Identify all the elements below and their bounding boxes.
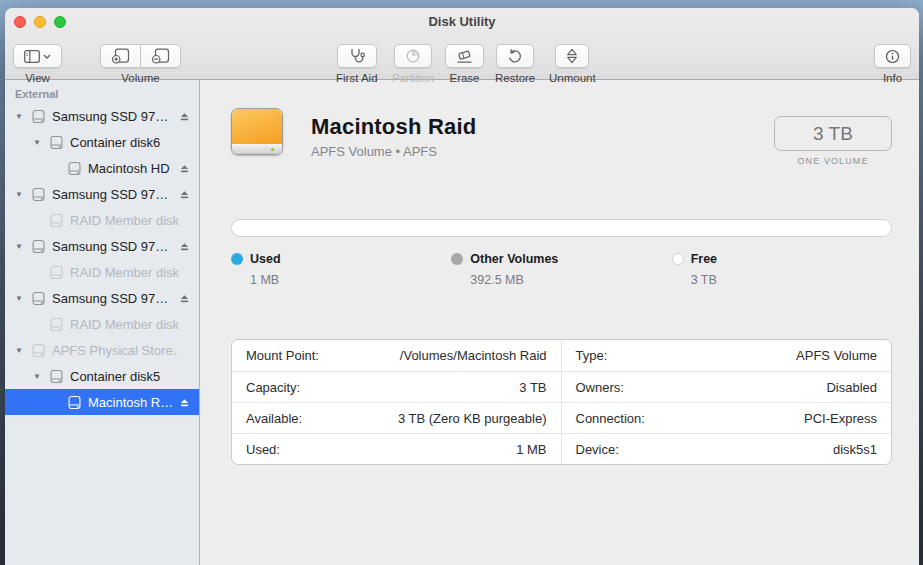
window-chrome: Disk Utility View	[5, 8, 919, 80]
sidebar-item[interactable]: ▼ Container disk6	[5, 129, 199, 155]
detail-row: Owners: Disabled	[562, 371, 892, 402]
pie-chart-icon	[405, 48, 421, 64]
disclosure-triangle-icon[interactable]: ▼	[15, 294, 31, 303]
sidebar-item-label: Container disk6	[70, 135, 179, 150]
disclosure-triangle-icon[interactable]: ▼	[15, 190, 31, 199]
remove-volume-icon	[151, 48, 170, 64]
used-color-dot	[231, 253, 243, 265]
sidebar-item[interactable]: ▼ Container disk5	[5, 363, 199, 389]
sidebar-item-label: Samsung SSD 97…	[52, 109, 179, 124]
unmount-button[interactable]	[555, 44, 589, 68]
details-right-column: Type: APFS Volume Owners: Disabled Conne…	[562, 340, 892, 464]
detail-row: Available: 3 TB (Zero KB purgeable)	[232, 402, 561, 433]
window-title: Disk Utility	[5, 14, 919, 29]
disclosure-triangle-icon[interactable]: ▼	[15, 346, 31, 355]
detail-label: Type:	[576, 348, 608, 363]
drive-icon	[31, 187, 46, 202]
sidebar-item[interactable]: ▼ Samsung SSD 97…	[5, 181, 199, 207]
sidebar-item-label: Macintosh HD	[88, 161, 179, 176]
disclosure-triangle-icon[interactable]: ▼	[33, 372, 49, 381]
drive-icon	[31, 291, 46, 306]
sidebar-item[interactable]: ▼ Samsung SSD 97…	[5, 103, 199, 129]
sidebar-item[interactable]: ▼ RAID Member disk…	[5, 259, 199, 285]
detail-row: Type: APFS Volume	[562, 340, 892, 371]
detail-label: Capacity:	[246, 380, 300, 395]
restore-button[interactable]	[496, 44, 534, 68]
legend-used: Used 1 MB	[231, 252, 451, 287]
sidebar-item-label: Samsung SSD 97…	[52, 187, 179, 202]
remove-volume-button[interactable]	[141, 44, 181, 68]
chevron-down-icon	[43, 54, 51, 59]
detail-row: Device: disk5s1	[562, 433, 892, 464]
sidebar-item-label: Samsung SSD 97…	[52, 291, 179, 306]
eject-icon[interactable]	[179, 163, 199, 174]
sidebar-device-tree: ▼ Samsung SSD 97… ▼ Container disk6 ▼ Ma…	[5, 103, 199, 415]
volume-details-table: Mount Point: /Volumes/Macintosh Raid Cap…	[231, 339, 892, 465]
volume-size-badge: 3 TB	[774, 116, 892, 151]
volume-title: Macintosh Raid	[311, 114, 774, 140]
sidebar-item[interactable]: ▼ RAID Member disk…	[5, 311, 199, 337]
sidebar-item-label: RAID Member disk…	[70, 265, 179, 280]
volume-header: Macintosh Raid APFS Volume • APFS 3 TB O…	[231, 108, 892, 163]
eject-icon[interactable]	[179, 397, 199, 408]
drive-icon	[31, 239, 46, 254]
detail-label: Connection:	[576, 411, 645, 426]
detail-row: Capacity: 3 TB	[232, 371, 561, 402]
disclosure-triangle-icon[interactable]: ▼	[15, 242, 31, 251]
restore-label: Restore	[495, 72, 535, 84]
sidebar-item-label: RAID Member disk…	[70, 317, 179, 332]
detail-value: 3 TB (Zero KB purgeable)	[398, 411, 547, 426]
eject-icon[interactable]	[179, 241, 199, 252]
first-aid-button[interactable]	[337, 44, 377, 68]
details-left-column: Mount Point: /Volumes/Macintosh Raid Cap…	[232, 340, 562, 464]
first-aid-label: First Aid	[336, 72, 378, 84]
erase-button[interactable]	[445, 44, 484, 68]
sidebar-item[interactable]: ▼ Macintosh R…	[5, 389, 199, 415]
detail-value: PCI-Express	[804, 411, 877, 426]
volume-label: Volume	[121, 72, 159, 84]
other-volumes-color-dot	[451, 253, 463, 265]
drive-icon	[49, 369, 64, 384]
sidebar-item-label: Macintosh R…	[88, 395, 179, 410]
usage-legend: Used 1 MB Other Volumes 392.5 MB Free	[231, 252, 892, 287]
eject-icon[interactable]	[179, 293, 199, 304]
toolbar-restore: Restore	[495, 44, 535, 84]
detail-value: /Volumes/Macintosh Raid	[400, 348, 547, 363]
detail-label: Available:	[246, 411, 302, 426]
disclosure-triangle-icon[interactable]: ▼	[33, 138, 49, 147]
partition-label: Partition	[392, 72, 434, 84]
sidebar-item[interactable]: ▼ Samsung SSD 97…	[5, 285, 199, 311]
used-value: 1 MB	[250, 273, 451, 287]
detail-label: Used:	[246, 442, 280, 457]
detail-value: 3 TB	[519, 380, 546, 395]
detail-value: APFS Volume	[796, 348, 877, 363]
legend-free: Free 3 TB	[672, 252, 892, 287]
drive-icon	[49, 135, 64, 150]
orange-external-drive-icon	[231, 108, 283, 155]
detail-value: Disabled	[826, 380, 877, 395]
storage-usage-bar	[231, 219, 892, 237]
view-button[interactable]	[13, 44, 62, 68]
sidebar-item-label: APFS Physical Store…	[52, 343, 179, 358]
other-volumes-label: Other Volumes	[470, 252, 558, 266]
partition-button[interactable]	[394, 44, 432, 68]
drive-icon	[49, 213, 64, 228]
disk-utility-window: Disk Utility View	[5, 8, 919, 565]
info-button[interactable]	[874, 44, 911, 68]
sidebar-item[interactable]: ▼ Macintosh HD	[5, 155, 199, 181]
drive-icon	[31, 343, 46, 358]
used-label: Used	[250, 252, 281, 266]
sidebar-item-label: Samsung SSD 97…	[52, 239, 179, 254]
info-circle-icon	[885, 49, 900, 64]
titlebar[interactable]: Disk Utility	[5, 8, 919, 35]
sidebar-item[interactable]: ▼ APFS Physical Store…	[5, 337, 199, 363]
eject-icon[interactable]	[179, 111, 199, 122]
detail-row: Mount Point: /Volumes/Macintosh Raid	[232, 340, 561, 371]
add-volume-button[interactable]	[100, 44, 141, 68]
disclosure-triangle-icon[interactable]: ▼	[15, 112, 31, 121]
eject-icon[interactable]	[179, 189, 199, 200]
sidebar-item[interactable]: ▼ RAID Member disk…	[5, 207, 199, 233]
sidebar-item-label: RAID Member disk…	[70, 213, 179, 228]
sidebar-item[interactable]: ▼ Samsung SSD 97…	[5, 233, 199, 259]
add-volume-icon	[111, 48, 130, 64]
